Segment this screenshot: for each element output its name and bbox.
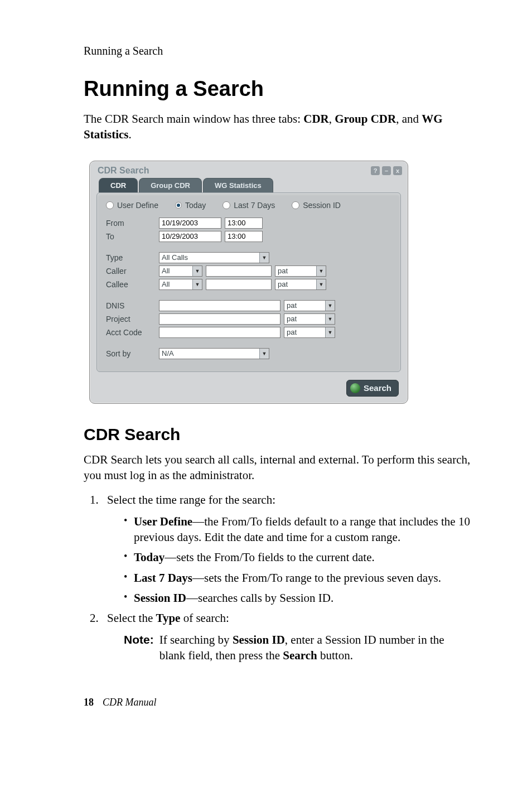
chevron-down-icon: ▼ (325, 301, 335, 311)
note-block: Note: If searching by Session ID, enter … (107, 632, 471, 664)
sep: . (129, 128, 132, 141)
dnis-match-select[interactable]: pat▼ (284, 300, 335, 311)
radio-label: Last 7 Days (234, 201, 275, 210)
search-button[interactable]: Search (346, 380, 399, 397)
caller-value-input[interactable] (206, 265, 272, 277)
tab-row: CDR Group CDR WG Statistics (90, 178, 408, 192)
radio-session-id[interactable]: Session ID (292, 201, 341, 210)
titlebar: CDR Search ? – x (90, 161, 408, 176)
help-icon[interactable]: ? (371, 166, 380, 175)
chevron-down-icon: ▼ (316, 266, 326, 276)
bullet-last7: Last 7 Days—sets the From/To range to th… (124, 570, 471, 586)
label-to: To (106, 232, 159, 241)
minimize-icon[interactable]: – (382, 166, 391, 175)
bullet-session-id: Session ID—searches calls by Session ID. (124, 590, 471, 606)
sortby-select[interactable]: N/A▼ (159, 348, 269, 359)
from-date-input[interactable] (159, 218, 221, 229)
radio-label: Session ID (303, 201, 341, 210)
close-icon[interactable]: x (393, 166, 402, 175)
section-heading: CDR Search (84, 425, 471, 444)
radio-today[interactable]: Today (175, 201, 206, 210)
window-buttons: ? – x (371, 166, 402, 175)
label-callee: Callee (106, 280, 159, 289)
step-1: Select the time range for the search: Us… (101, 492, 471, 606)
radio-dot-icon (175, 202, 182, 209)
note-text: If searching by Session ID, enter a Sess… (159, 632, 471, 664)
radio-dot-icon (106, 201, 114, 209)
intro-bold-cdr: CDR (303, 112, 329, 125)
bullet-bold: User Define (134, 515, 192, 528)
label-from: From (106, 219, 159, 228)
note-fragment: If searching by (159, 633, 233, 646)
window-title: CDR Search (98, 166, 149, 176)
to-date-input[interactable] (159, 231, 221, 242)
label-type: Type (106, 253, 159, 262)
project-match-select[interactable]: pat▼ (284, 313, 335, 325)
step-text: Select the time range for the search: (107, 493, 275, 506)
type-select[interactable]: All Calls ▼ (159, 252, 269, 263)
caller-match-select[interactable]: pat▼ (275, 265, 326, 277)
doc-title: CDR Manual (103, 697, 157, 708)
intro-paragraph: The CDR Search main window has three tab… (84, 111, 471, 143)
label-project: Project (106, 315, 159, 324)
note-label: Note: (124, 632, 154, 664)
chevron-down-icon: ▼ (192, 266, 202, 276)
caller-scope-select[interactable]: All▼ (159, 265, 202, 277)
select-value: All (159, 266, 192, 276)
label-dnis: DNIS (106, 301, 159, 310)
label-acct-code: Acct Code (106, 328, 159, 337)
chevron-down-icon: ▼ (325, 314, 335, 324)
from-time-input[interactable] (225, 218, 263, 229)
callee-value-input[interactable] (206, 279, 272, 290)
chevron-down-icon: ▼ (259, 253, 269, 263)
step-text: Select the (107, 611, 156, 625)
tab-panel: User Define Today Last 7 Days Session ID… (96, 192, 401, 372)
chevron-down-icon: ▼ (325, 327, 335, 337)
label-caller: Caller (106, 267, 159, 276)
project-input[interactable] (159, 313, 280, 325)
steps-list: Select the time range for the search: Us… (84, 492, 471, 663)
radio-dot-icon (223, 201, 230, 209)
select-value: N/A (159, 349, 259, 359)
bullet-text: —sets the From/To range to the previous … (192, 571, 441, 585)
chevron-down-icon: ▼ (316, 279, 326, 289)
step-1-bullets: User Define—the From/To fields default t… (107, 514, 471, 606)
bullet-text: —searches calls by Session ID. (186, 591, 333, 605)
page-title: Running a Search (84, 77, 471, 101)
step-text: of search: (180, 611, 229, 625)
bullet-today: Today—sets the From/To fields to the cur… (124, 549, 471, 565)
bullet-bold: Today (134, 551, 165, 564)
bullet-text: —sets the From/To fields to the current … (165, 551, 374, 564)
running-head: Running a Search (84, 45, 471, 57)
label-sortby: Sort by (106, 349, 159, 358)
acct-match-select[interactable]: pat▼ (284, 327, 335, 338)
select-value: pat (284, 327, 325, 337)
section-intro: CDR Search lets you search all calls, in… (84, 452, 471, 484)
select-value: All (159, 279, 192, 289)
sep: , (329, 112, 335, 125)
radio-label: User Define (117, 201, 158, 210)
tab-wg-statistics[interactable]: WG Statistics (203, 178, 273, 192)
callee-scope-select[interactable]: All▼ (159, 279, 202, 290)
intro-text: The CDR Search main window has three tab… (84, 112, 303, 125)
page-number: 18 (84, 697, 94, 708)
note-bold: Session ID (233, 633, 285, 646)
bullet-bold: Last 7 Days (134, 571, 192, 585)
step-2: Select the Type of search: Note: If sear… (101, 610, 471, 663)
cdr-search-window: CDR Search ? – x CDR Group CDR WG Statis… (89, 161, 408, 404)
tab-group-cdr[interactable]: Group CDR (139, 178, 202, 192)
sep: , and (396, 112, 422, 125)
dnis-input[interactable] (159, 300, 280, 311)
tab-cdr[interactable]: CDR (99, 178, 138, 192)
radio-user-define[interactable]: User Define (106, 201, 158, 210)
select-value: All Calls (159, 253, 259, 263)
callee-match-select[interactable]: pat▼ (275, 279, 326, 290)
search-dot-icon (350, 383, 360, 393)
select-value: pat (284, 301, 325, 311)
intro-bold-group: Group CDR (335, 112, 396, 125)
radio-last-7-days[interactable]: Last 7 Days (223, 201, 275, 210)
acct-code-input[interactable] (159, 327, 280, 338)
note-fragment: button. (317, 649, 353, 662)
to-time-input[interactable] (225, 231, 263, 242)
chevron-down-icon: ▼ (192, 279, 202, 289)
